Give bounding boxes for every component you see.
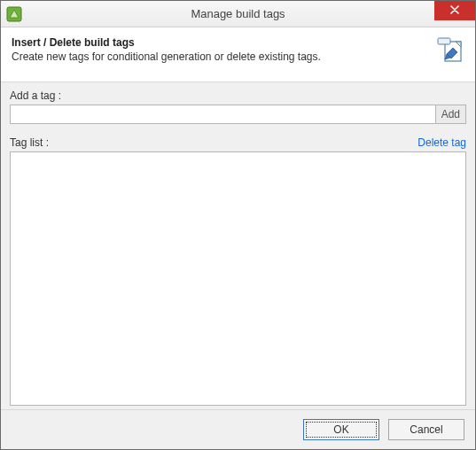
- header-description: Create new tags for conditional generati…: [12, 50, 464, 63]
- ok-button[interactable]: OK: [303, 419, 379, 440]
- close-icon: [450, 4, 459, 17]
- delete-tag-label: Delete tag: [417, 136, 466, 149]
- app-icon: [6, 6, 22, 22]
- tag-list[interactable]: [10, 151, 466, 406]
- svg-rect-3: [438, 38, 450, 44]
- tag-list-label: Tag list :: [10, 136, 49, 149]
- add-button-label: Add: [441, 108, 460, 120]
- add-tag-input[interactable]: [10, 105, 435, 124]
- header-panel: Insert / Delete build tags Create new ta…: [1, 27, 475, 82]
- dialog-window: Manage build tags Insert / Delete build …: [0, 0, 476, 450]
- add-tag-label: Add a tag :: [10, 89, 466, 102]
- window-title: Manage build tags: [191, 7, 285, 20]
- close-button[interactable]: [434, 1, 475, 20]
- cancel-button[interactable]: Cancel: [388, 419, 464, 440]
- add-button[interactable]: Add: [435, 105, 466, 124]
- add-tag-row: Add: [10, 105, 466, 124]
- tag-list-header: Tag list : Delete tag: [10, 136, 466, 149]
- header-title: Insert / Delete build tags: [12, 36, 464, 49]
- delete-tag-link[interactable]: Delete tag: [417, 136, 466, 149]
- footer: OK Cancel: [1, 409, 475, 449]
- body-region: Add a tag : Add Tag list : Delete tag: [1, 82, 475, 409]
- titlebar: Manage build tags: [1, 1, 475, 27]
- document-tag-icon: [436, 36, 466, 66]
